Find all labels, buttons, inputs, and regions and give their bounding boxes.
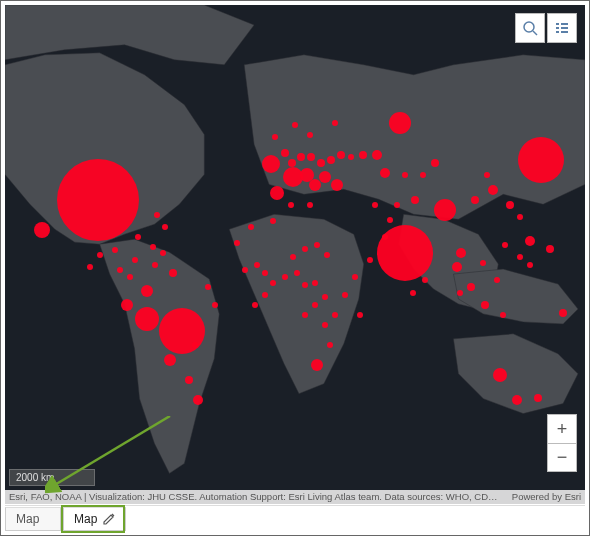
data-bubble[interactable] <box>456 248 466 258</box>
data-bubble[interactable] <box>431 159 439 167</box>
data-bubble[interactable] <box>135 307 159 331</box>
data-bubble[interactable] <box>471 196 479 204</box>
data-bubble[interactable] <box>87 264 93 270</box>
data-bubble[interactable] <box>160 250 166 256</box>
data-bubble[interactable] <box>452 262 462 272</box>
data-bubble[interactable] <box>290 254 296 260</box>
data-bubble[interactable] <box>327 156 335 164</box>
data-bubble[interactable] <box>127 274 133 280</box>
data-bubble[interactable] <box>309 179 321 191</box>
data-bubble[interactable] <box>282 274 288 280</box>
data-bubble[interactable] <box>294 270 300 276</box>
data-bubble[interactable] <box>481 301 489 309</box>
data-bubble[interactable] <box>248 224 254 230</box>
data-bubble[interactable] <box>312 280 318 286</box>
data-bubble[interactable] <box>162 224 168 230</box>
data-bubble[interactable] <box>434 199 456 221</box>
data-bubble[interactable] <box>387 217 393 223</box>
data-bubble[interactable] <box>302 246 308 252</box>
data-bubble[interactable] <box>317 159 325 167</box>
data-bubble[interactable] <box>546 245 554 253</box>
data-bubble[interactable] <box>307 153 315 161</box>
data-bubble[interactable] <box>525 236 535 246</box>
data-bubble[interactable] <box>534 394 542 402</box>
data-bubble[interactable] <box>297 153 305 161</box>
data-bubble[interactable] <box>312 302 318 308</box>
data-bubble[interactable] <box>500 312 506 318</box>
data-bubble[interactable] <box>322 322 328 328</box>
data-bubble[interactable] <box>422 277 428 283</box>
data-bubble[interactable] <box>212 302 218 308</box>
data-bubble[interactable] <box>559 309 567 317</box>
data-bubble[interactable] <box>506 201 514 209</box>
zoom-in-button[interactable]: + <box>548 415 576 443</box>
data-bubble[interactable] <box>367 257 373 263</box>
data-bubble[interactable] <box>262 292 268 298</box>
data-bubble[interactable] <box>314 242 320 248</box>
data-bubble[interactable] <box>252 302 258 308</box>
data-bubble[interactable] <box>254 262 260 268</box>
data-bubble[interactable] <box>152 262 158 268</box>
data-bubble[interactable] <box>193 395 203 405</box>
data-bubble[interactable] <box>307 202 313 208</box>
data-bubble[interactable] <box>242 267 248 273</box>
data-bubble[interactable] <box>389 112 411 134</box>
data-bubble[interactable] <box>357 312 363 318</box>
data-bubble[interactable] <box>154 212 160 218</box>
data-bubble[interactable] <box>467 283 475 291</box>
data-bubble[interactable] <box>307 132 313 138</box>
data-bubble[interactable] <box>57 159 139 241</box>
data-bubble[interactable] <box>302 282 308 288</box>
zoom-out-button[interactable]: − <box>548 443 576 471</box>
data-bubble[interactable] <box>342 292 348 298</box>
data-bubble[interactable] <box>288 159 296 167</box>
data-bubble[interactable] <box>352 274 358 280</box>
data-bubble[interactable] <box>382 234 388 240</box>
data-bubble[interactable] <box>331 179 343 191</box>
data-bubble[interactable] <box>359 151 367 159</box>
data-bubble[interactable] <box>135 234 141 240</box>
data-bubble[interactable] <box>337 151 345 159</box>
data-bubble[interactable] <box>164 354 176 366</box>
sheet-tab-map-1[interactable]: Map <box>5 507 61 531</box>
data-bubble[interactable] <box>192 342 198 348</box>
data-bubble[interactable] <box>372 150 382 160</box>
data-bubble[interactable] <box>517 254 523 260</box>
data-bubble[interactable] <box>380 168 390 178</box>
data-bubble[interactable] <box>150 244 156 250</box>
data-bubble[interactable] <box>112 247 118 253</box>
data-bubble[interactable] <box>512 395 522 405</box>
data-bubble[interactable] <box>348 154 354 160</box>
data-bubble[interactable] <box>457 290 463 296</box>
data-bubble[interactable] <box>302 312 308 318</box>
data-bubble[interactable] <box>493 368 507 382</box>
map-viewport[interactable]: + − 2000 km Esri, FAO, NOAA | Visualizat… <box>5 5 585 504</box>
data-bubble[interactable] <box>262 155 280 173</box>
data-bubble[interactable] <box>480 260 486 266</box>
data-bubble[interactable] <box>319 171 331 183</box>
data-bubble[interactable] <box>372 202 378 208</box>
data-bubble[interactable] <box>159 308 205 354</box>
data-bubble[interactable] <box>518 137 564 183</box>
search-button[interactable] <box>515 13 545 43</box>
data-bubble[interactable] <box>185 376 193 384</box>
data-bubble[interactable] <box>527 262 533 268</box>
data-bubble[interactable] <box>332 312 338 318</box>
data-bubble[interactable] <box>121 299 133 311</box>
data-bubble[interactable] <box>205 284 211 290</box>
data-bubble[interactable] <box>272 134 278 140</box>
data-bubble[interactable] <box>488 185 498 195</box>
data-bubble[interactable] <box>34 222 50 238</box>
legend-button[interactable] <box>547 13 577 43</box>
data-bubble[interactable] <box>288 202 294 208</box>
data-bubble[interactable] <box>411 196 419 204</box>
data-bubble[interactable] <box>420 172 426 178</box>
data-bubble[interactable] <box>234 240 240 246</box>
data-bubble[interactable] <box>324 252 330 258</box>
data-bubble[interactable] <box>394 202 400 208</box>
data-bubble[interactable] <box>502 242 508 248</box>
data-bubble[interactable] <box>327 342 333 348</box>
data-bubble[interactable] <box>270 280 276 286</box>
data-bubble[interactable] <box>311 359 323 371</box>
data-bubble[interactable] <box>132 257 138 263</box>
